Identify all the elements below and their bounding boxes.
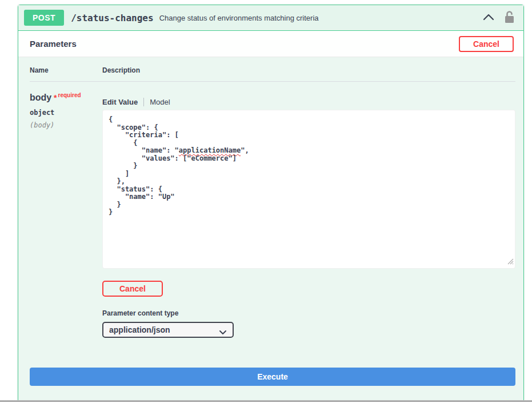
unlock-icon (503, 10, 515, 26)
execute-button[interactable]: Execute (30, 368, 515, 386)
collapse-button[interactable] (481, 11, 496, 25)
endpoint-description: Change status of environments matching c… (159, 14, 319, 22)
body-param-editor-column: Edit Value Model { "scope": { "criteria"… (102, 91, 515, 338)
content-type-label: Parameter content type (102, 309, 515, 317)
content-type-select-wrap: application/json (102, 322, 234, 338)
params-table-header: Name Description (30, 66, 515, 82)
operation-summary[interactable]: POST /status-changes Change status of en… (18, 5, 523, 31)
operation-panel: POST /status-changes Change status of en… (18, 5, 524, 401)
execute-row: Execute (30, 368, 515, 386)
tab-separator (143, 98, 144, 106)
content-type-select[interactable]: application/json (102, 322, 234, 338)
endpoint-path: /status-changes (71, 13, 154, 23)
param-name: body (30, 93, 51, 102)
chevron-up-icon (482, 13, 495, 23)
editor-tabs: Edit Value Model (102, 98, 515, 106)
required-label: required (58, 92, 81, 98)
param-type: object (30, 109, 102, 117)
editor-cancel-button[interactable]: Cancel (102, 281, 163, 297)
body-editor[interactable]: { "scope": { "criteria": [ { "name": "ap… (102, 110, 515, 269)
authorize-button[interactable] (502, 9, 517, 27)
name-column-header: Name (30, 66, 102, 74)
parameters-body: Name Description body *required object (… (18, 57, 523, 391)
resize-handle-icon[interactable] (507, 257, 514, 267)
tab-edit-value[interactable]: Edit Value (102, 98, 138, 106)
method-badge: POST (24, 10, 64, 26)
tab-model[interactable]: Model (150, 98, 170, 106)
body-editor-content: { "scope": { "criteria": [ { "name": "ap… (109, 116, 509, 217)
page-bottom-divider (0, 400, 532, 402)
param-location: (body) (30, 121, 102, 129)
body-param-row: body *required object (body) Edit Value … (30, 91, 515, 338)
required-asterisk: * (51, 93, 57, 102)
body-param-info: body *required object (body) (30, 91, 102, 129)
parameters-cancel-button[interactable]: Cancel (459, 36, 514, 52)
description-column-header: Description (102, 66, 515, 74)
parameters-title: Parameters (30, 39, 77, 49)
parameters-header: Parameters Cancel (18, 31, 523, 57)
